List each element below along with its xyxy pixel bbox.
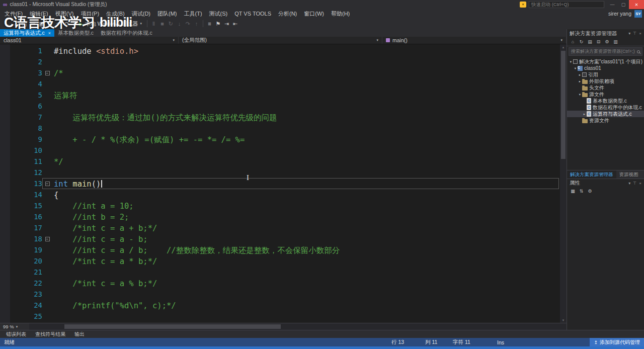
menu-item-5[interactable]: 调试(D) [128,9,154,18]
code-line-22[interactable]: 22 /*int c = a % b;*/ [0,278,560,289]
code-line-17[interactable]: 17 /*int c = a + b;*/ [0,222,560,233]
code-editor[interactable]: 1#include <stdio.h>23−/*45运算符67 运算符优先级：通… [0,44,567,323]
chevron-right-icon[interactable]: ▸ [582,112,587,116]
collapse-region-icon[interactable]: − [45,182,50,186]
vertical-scrollbar-thumb[interactable] [561,51,566,159]
collapse-region-icon[interactable]: − [45,71,50,75]
code-line-4[interactable]: 4 [0,78,560,90]
project-dropdown[interactable]: class01 ▾ [0,37,179,44]
bottom-tab-1[interactable]: 查找符号结果 [31,331,69,338]
code-line-16[interactable]: 16 //int b = 2; [0,211,560,222]
bottom-tab-0[interactable]: 错误列表 [2,331,30,338]
collapse-region-icon[interactable]: − [45,237,50,241]
tree-item-1[interactable]: ▾Cclass01 [567,65,644,71]
break-all-icon[interactable]: Ⅱ [149,19,158,28]
tree-item-8[interactable]: ▸C运算符与表达式.c [567,111,644,117]
bookmark-icon[interactable]: ⚑ [214,19,222,28]
code-line-6[interactable]: 6 [0,101,560,112]
indent-icon[interactable]: ⇥ [222,19,231,28]
menu-item-12[interactable]: 帮助(H) [328,9,353,18]
code-line-20[interactable]: 20 /*int c = a * b;*/ [0,255,560,267]
code-line-7[interactable]: 7 运算符优先级：通过加()的方式来解决运算符优先级的问题 [0,112,560,123]
code-line-5[interactable]: 5运算符 [0,90,560,101]
code-line-25[interactable]: 25 [0,311,560,322]
code-line-23[interactable]: 23 [0,289,560,300]
collapse-all-icon[interactable]: ⊟ [595,38,602,45]
close-icon[interactable]: × [639,31,641,36]
tree-item-6[interactable]: C基本数据类型.c [567,98,644,104]
code-line-19[interactable]: 19 //int c = a / b; //整数除整数，结果还是整数，不会保留小… [0,244,560,255]
bottom-tab-2[interactable]: 输出 [70,331,89,338]
tree-item-4[interactable]: 头文件 [567,84,644,91]
tree-item-0[interactable]: ▾解决方案"class01"(1 个项目) [567,58,644,65]
step-into-icon[interactable]: ↓ [175,19,184,28]
menu-item-9[interactable]: QT VS TOOLS [231,9,275,18]
pin-icon[interactable]: ⊤ [633,181,636,186]
menu-item-6[interactable]: 团队(M) [154,9,181,18]
panel-menu-icon[interactable]: ▾ [628,181,630,186]
categorized-icon[interactable]: ▦ [569,188,577,195]
solution-search-input[interactable]: 搜索解决方案资源管理器(Ctrl+;) [569,47,642,56]
chevron-right-icon[interactable]: ▸ [578,79,582,83]
code-line-21[interactable]: 21 [0,267,560,278]
code-line-18[interactable]: 18− //int c = a - b; [0,233,560,244]
refresh-icon[interactable]: ↻ [578,38,585,45]
code-line-3[interactable]: 3−/* [0,67,560,78]
chevron-right-icon[interactable]: ▸ [578,73,582,77]
vertical-scrollbar[interactable]: ▲ ▼ [560,44,567,323]
scope-dropdown[interactable]: (全局范围) ▾ [179,37,382,44]
stop-debug-icon[interactable]: ■ [158,19,167,28]
tree-item-2[interactable]: ▸引用 [567,71,644,78]
chevron-down-icon[interactable]: ▾ [578,93,582,97]
menu-item-11[interactable]: 窗口(W) [300,9,328,18]
zoom-dropdown[interactable]: 99 % ▾ [0,324,29,329]
maximize-button[interactable]: ▢ [618,0,629,9]
menu-item-10[interactable]: 分析(N) [275,9,300,18]
step-over-icon[interactable]: ↷ [184,19,192,28]
quick-launch-input[interactable]: 快速启动 (Ctrl+Q) [529,1,604,8]
home-icon[interactable]: ⌂ [569,38,577,45]
notifications-flag-icon[interactable]: ▾ [520,2,526,8]
code-line-2[interactable]: 2 [0,56,560,67]
code-line-11[interactable]: 11*/ [0,156,560,167]
scroll-down-icon[interactable]: ▼ [560,317,567,323]
code-line-8[interactable]: 8 [0,123,560,134]
chevron-down-icon[interactable]: ▾ [140,22,142,26]
pin-icon[interactable]: ⊤ [633,31,636,36]
document-tab-3[interactable]: 数据在程序中的体现.c [97,29,156,37]
panel-tab-0[interactable]: 解决方案资源管理器 [567,170,616,179]
preview-icon[interactable]: ▥ [612,38,619,45]
close-button[interactable]: × [629,0,644,9]
alphabetical-icon[interactable]: ⇅ [578,188,585,195]
chevron-down-icon[interactable]: ▾ [573,66,578,70]
menu-item-7[interactable]: 工具(T) [181,9,206,18]
code-line-15[interactable]: 15 //int a = 10; [0,200,560,211]
tree-item-3[interactable]: ▸外部依赖项 [567,78,644,84]
step-out-icon[interactable]: ↑ [192,19,201,28]
horizontal-scrollbar-thumb[interactable] [64,324,281,329]
properties-icon[interactable]: ⚙ [603,38,611,45]
code-line-10[interactable]: 10 [0,145,560,156]
property-pages-icon[interactable]: ⚙ [586,188,594,195]
member-dropdown[interactable]: main() ▾ [382,37,567,44]
add-to-source-control-button[interactable]: ↥ 添加到源代码管理 [590,338,644,346]
horizontal-scrollbar[interactable] [29,323,567,330]
minimize-button[interactable]: — [607,0,618,9]
tree-item-7[interactable]: C数据在程序中的体现.c [567,104,644,111]
outdent-icon[interactable]: ⇤ [231,19,239,28]
code-line-14[interactable]: 14{ [0,189,560,200]
code-line-1[interactable]: 1#include <stdio.h> [0,45,560,56]
user-name[interactable]: sirer yang [608,11,631,17]
code-line-9[interactable]: 9 + - / * %(求余) =(赋值) += -= *= /= %= [0,134,560,145]
code-line-24[interactable]: 24 /*printf("%d\n", c);*/ [0,300,560,311]
tree-item-9[interactable]: 资源文件 [567,117,644,124]
code-line-13[interactable]: 13−int main() [0,178,560,189]
code-line-12[interactable]: 12 [0,167,560,178]
comment-icon[interactable]: ≡ [205,19,214,28]
panel-menu-icon[interactable]: ▾ [628,31,630,36]
tree-item-5[interactable]: ▾源文件 [567,91,644,98]
restart-icon[interactable]: ↻ [167,19,175,28]
menu-item-8[interactable]: 测试(S) [206,9,231,18]
scroll-up-icon[interactable]: ▲ [560,44,567,50]
chevron-down-icon[interactable]: ▾ [569,60,573,64]
